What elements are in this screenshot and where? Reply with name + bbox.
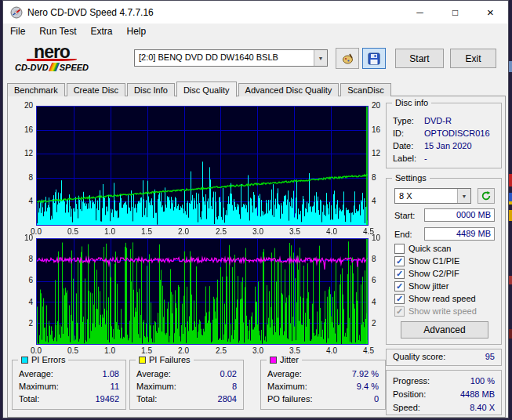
disc-type-label: Type: — [393, 116, 424, 125]
x-axis-label: 3.0 — [247, 227, 269, 236]
x-axis-label: 1.5 — [136, 346, 158, 355]
advanced-button[interactable]: Advanced — [401, 321, 488, 339]
product-name-left: CD-DVD — [15, 63, 49, 72]
y-axis-label: 8 — [372, 255, 390, 263]
checkbox-icon[interactable]: ✓ — [394, 256, 405, 266]
x-axis-label: 4.0 — [321, 346, 343, 355]
hand-pen-icon — [341, 52, 354, 65]
x-axis-label: 2.5 — [210, 227, 232, 236]
x-axis-label: 2.0 — [172, 346, 194, 355]
application-window: Nero CD-DVD Speed 4.7.7.16 ─ □ × File Ru… — [2, 0, 509, 418]
color-settings-button[interactable] — [336, 48, 359, 69]
x-axis-label: 1.0 — [99, 227, 121, 236]
start-position-field[interactable]: 0000 MB — [424, 208, 495, 222]
end-position-label: End: — [394, 230, 412, 239]
tab-benchmark[interactable]: Benchmark — [7, 83, 65, 96]
settings-group: Settings 8 X ▼ Start: 0000 MB End: 4489 … — [386, 178, 502, 345]
checkbox-show-c1-pie[interactable]: ✓Show C1/PIE — [394, 255, 459, 266]
checkbox-show-jitter[interactable]: ✓Show jitter — [394, 281, 448, 291]
disc-date-value: 15 Jan 2020 — [424, 141, 472, 150]
checkbox-icon[interactable]: ✓ — [394, 281, 405, 291]
pi-failures-swatch — [139, 357, 146, 364]
position-value: 4488 MB — [460, 389, 495, 399]
disc-info-group: Disc info Type:DVD-R ID:OPTODISCR016 Dat… — [386, 103, 502, 168]
save-button[interactable] — [362, 48, 386, 69]
tab-disc-info[interactable]: Disc Info — [127, 83, 175, 96]
maximize-icon[interactable]: □ — [438, 1, 473, 24]
y-axis-label: 2 — [372, 319, 390, 328]
drive-selector[interactable]: [2:0] BENQ DVD DD DW1640 BSLB ▼ — [134, 49, 328, 67]
tab-disc-quality[interactable]: Disc Quality — [176, 81, 237, 97]
tab-scandisc[interactable]: ScanDisc — [340, 83, 390, 96]
chevron-down-icon[interactable]: ▼ — [457, 189, 470, 203]
menu-extra[interactable]: Extra — [83, 24, 119, 38]
disc-type-value: DVD-R — [424, 116, 452, 125]
menu-file[interactable]: File — [3, 24, 32, 38]
y-axis-label: 20 — [14, 101, 33, 110]
progress-value: 100 % — [470, 376, 495, 386]
jitter-average-label: Average: — [267, 369, 302, 378]
checkbox-icon[interactable]: ✓ — [394, 294, 405, 304]
jitter-average-value: 7.92 % — [352, 369, 379, 378]
pi-errors-title: PI Errors — [31, 355, 65, 365]
tab-advanced-disc-quality[interactable]: Advanced Disc Quality — [238, 83, 340, 96]
pi-failures-group: PI Failures Average:0.02 Maximum:8 Total… — [129, 360, 244, 410]
disc-quality-page: Disc info Type:DVD-R ID:OPTODISCR016 Dat… — [7, 96, 506, 418]
drive-selector-value: [2:0] BENQ DVD DD DW1640 BSLB — [135, 50, 314, 66]
x-axis-label: 3.0 — [247, 346, 269, 355]
start-position-label: Start: — [394, 211, 415, 220]
pi-errors-group: PI Errors Average:1.08 Maximum:11 Total:… — [12, 360, 126, 410]
x-axis-label: 3.5 — [284, 346, 306, 355]
checkbox-icon[interactable]: ✓ — [394, 269, 405, 279]
pie-total-label: Total: — [19, 394, 39, 404]
y-axis-label: 4 — [372, 298, 390, 306]
disc-info-title: Disc info — [395, 98, 428, 108]
y-axis-label: 12 — [372, 149, 390, 158]
y-axis-label: 4 — [14, 197, 33, 205]
progress-box: Progress:100 % Position:4488 MB Speed:8.… — [386, 370, 502, 415]
po-failures-value: 0 — [374, 394, 379, 404]
close-icon[interactable]: × — [473, 1, 508, 24]
checkbox-icon[interactable] — [394, 244, 405, 254]
quality-score-box: Quality score: 95 — [386, 349, 502, 366]
speed-label: Speed: — [393, 403, 420, 412]
floppy-disk-icon — [368, 52, 380, 65]
pi-failures-title: PI Failures — [149, 355, 191, 365]
checkbox-quick-scan[interactable]: Quick scan — [394, 243, 451, 254]
jitter-maximum-label: Maximum: — [267, 382, 307, 391]
end-position-field[interactable]: 4489 MB — [424, 227, 495, 241]
refresh-icon — [481, 190, 492, 201]
rainbow-slash-icon — [49, 63, 60, 71]
quality-score-label: Quality score: — [393, 352, 445, 361]
pie-maximum-value: 11 — [111, 382, 119, 391]
speed-selector-value: 8 X — [395, 189, 457, 203]
jitter-swatch — [270, 357, 277, 364]
jitter-title: Jitter — [280, 355, 299, 365]
disc-date-label: Date: — [393, 141, 424, 150]
pie-average-label: Average: — [19, 369, 53, 378]
x-axis-label: 3.5 — [284, 227, 306, 236]
position-label: Position: — [393, 389, 426, 399]
x-axis-label: 2.0 — [172, 227, 194, 236]
refresh-button[interactable] — [478, 188, 495, 204]
nero-app-icon — [10, 6, 23, 19]
tab-create-disc[interactable]: Create Disc — [67, 83, 125, 96]
checkbox-show-read-speed[interactable]: ✓Show read speed — [394, 293, 476, 304]
x-axis-label: 0.5 — [62, 346, 84, 355]
y-axis-label: 4 — [14, 298, 33, 306]
pif-maximum-label: Maximum: — [136, 382, 176, 391]
speed-selector[interactable]: 8 X ▼ — [394, 188, 471, 204]
pif-average-label: Average: — [136, 369, 171, 378]
menu-help[interactable]: Help — [120, 24, 154, 38]
start-button[interactable]: Start — [395, 49, 444, 68]
disc-label-label: Label: — [393, 154, 424, 163]
exit-button[interactable]: Exit — [450, 49, 496, 68]
checkbox-show-c2-pif[interactable]: ✓Show C2/PIF — [394, 268, 459, 279]
y-axis-label: 8 — [14, 173, 33, 182]
chevron-down-icon[interactable]: ▼ — [314, 50, 327, 66]
pi-failures-chart — [36, 238, 369, 345]
menu-run-test[interactable]: Run Test — [32, 24, 83, 38]
progress-label: Progress: — [393, 376, 430, 386]
title-bar: Nero CD-DVD Speed 4.7.7.16 ─ □ × — [3, 1, 508, 24]
minimize-icon[interactable]: ─ — [402, 1, 438, 24]
